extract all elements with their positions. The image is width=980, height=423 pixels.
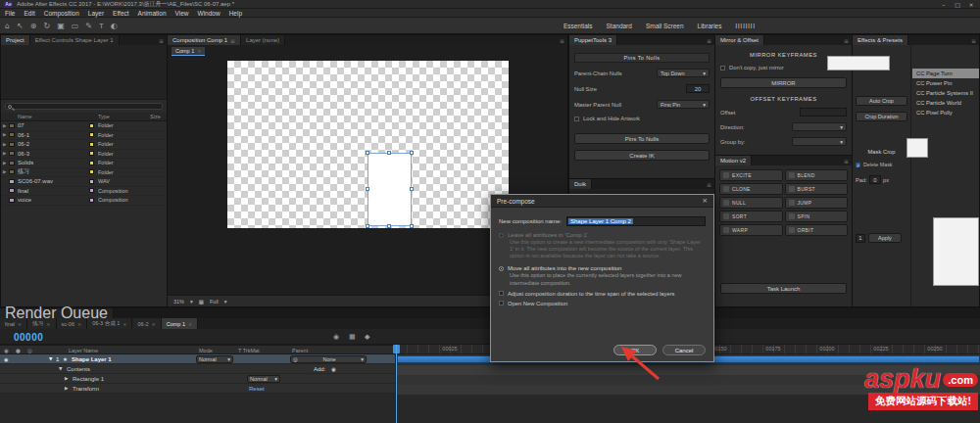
menu-animation[interactable]: Animation [138, 10, 167, 17]
label-chip[interactable] [89, 132, 94, 137]
mirror-copy-checkbox[interactable] [720, 66, 725, 70]
motion-tool-spin[interactable]: SPIN [785, 211, 849, 222]
comp-viewer-tab[interactable]: Comp 1× [172, 47, 205, 56]
tab-render-queue[interactable]: Render Queue [0, 308, 114, 318]
count-field[interactable]: 1 [856, 234, 865, 243]
cancel-button[interactable]: Cancel [662, 345, 706, 355]
column-lay er-name[interactable]: Layer Name [69, 348, 98, 353]
adjust-duration-checkbox[interactable] [499, 291, 504, 296]
composition-canvas[interactable] [227, 61, 509, 228]
selection-handle[interactable] [410, 151, 414, 155]
motion-tool-jump[interactable]: JUMP [785, 197, 849, 209]
close-tab-icon[interactable]: × [46, 321, 50, 327]
column-type[interactable]: Type [98, 114, 110, 119]
project-item[interactable]: ▶练习Folder [1, 168, 167, 178]
label-chip[interactable] [89, 188, 94, 193]
zoom-dropdown-icon[interactable]: ▾ [190, 299, 193, 305]
selection-handle[interactable] [366, 224, 369, 228]
effect-item[interactable]: CC Particle Systems II [912, 88, 979, 98]
open-new-composition-checkbox[interactable] [499, 301, 504, 306]
menu-effect[interactable]: Effect [113, 10, 129, 17]
menu-view[interactable]: View [175, 10, 189, 17]
video-column-icon[interactable]: ◉ [4, 348, 9, 353]
zoom-tool-icon[interactable]: ⊕ [30, 22, 37, 30]
project-item[interactable]: ▶07Folder [1, 121, 167, 131]
null-size-field[interactable]: 20 [686, 84, 710, 93]
project-item[interactable]: ▶06-3Folder [1, 150, 167, 160]
current-time-indicator-line[interactable] [396, 345, 397, 423]
comp-tab-active[interactable]: Comp 1× [162, 318, 198, 329]
menu-help[interactable]: Help [229, 10, 242, 17]
auto-crop-button[interactable]: Auto Crop [856, 96, 907, 106]
brush-tool-icon[interactable]: ◐ [111, 22, 118, 30]
menu-file[interactable]: File [5, 10, 15, 17]
pad-field[interactable]: 0 [869, 175, 881, 184]
tab-project[interactable]: Project [1, 35, 30, 45]
open-new-composition-option[interactable]: Open New Composition [499, 301, 706, 306]
close-tab-icon[interactable]: × [152, 321, 156, 327]
shape-tool-icon[interactable]: ▭ [72, 22, 79, 30]
project-item[interactable]: ▶06-2Folder [1, 140, 167, 150]
selection-handle[interactable] [366, 187, 369, 191]
column-parent[interactable]: Parent [292, 348, 308, 353]
label-chip[interactable] [89, 142, 94, 147]
column-name[interactable]: Name [18, 114, 32, 119]
twirl-icon[interactable]: ▶ [3, 132, 6, 137]
close-tab-icon[interactable]: × [197, 48, 201, 54]
ok-button[interactable]: OK [613, 345, 657, 355]
twirl-icon[interactable]: ▼ [49, 356, 52, 361]
motion-tool-warp[interactable]: WARP [719, 224, 783, 236]
project-item[interactable]: ▶SolidsFolder [1, 159, 167, 168]
comp-tab[interactable]: sc-06× [57, 318, 88, 329]
menu-layer[interactable]: Layer [88, 10, 104, 17]
resolution-dropdown-icon[interactable]: ▾ [224, 299, 227, 305]
motion-tool-blend[interactable]: BLEND [785, 169, 849, 181]
label-chip[interactable] [89, 179, 94, 184]
twirl-icon[interactable]: ▶ [3, 142, 6, 147]
rotation-tool-icon[interactable]: ↻ [43, 22, 50, 30]
label-chip[interactable] [89, 198, 94, 203]
column-trkmat[interactable]: T TrkMat [238, 348, 260, 353]
comp-tab[interactable]: 06-3 合成 1× [87, 318, 132, 329]
zoom-select[interactable]: 31% [173, 299, 184, 305]
motion-tool-orbit[interactable]: ORBIT [785, 224, 849, 236]
twirl-icon[interactable]: ▶ [3, 161, 6, 165]
panel-menu-icon[interactable]: ≡ [968, 35, 979, 45]
close-tab-icon[interactable]: × [77, 321, 81, 327]
shape-rectangle[interactable] [368, 154, 411, 225]
twirl-icon[interactable]: ▶ [65, 376, 68, 381]
selection-handle[interactable] [366, 151, 369, 155]
layer-name[interactable]: Shape Layer 1 [72, 356, 112, 362]
radio-leave-attributes[interactable] [499, 233, 504, 238]
text-tool-icon[interactable]: T [99, 22, 104, 30]
project-item[interactable]: ▶06-1Folder [1, 131, 167, 141]
selection-handle[interactable] [410, 187, 414, 191]
workspace-libraries[interactable]: Libraries [698, 23, 722, 29]
reset-link[interactable]: Reset [249, 386, 265, 392]
pickwhip-icon[interactable]: ◎ [293, 356, 298, 362]
selection-tool-icon[interactable]: ↖ [17, 22, 24, 30]
master-parent-dropdown[interactable]: First Pin▾ [657, 100, 710, 109]
tab-puppet-tools[interactable]: PuppetTools 3 [569, 35, 617, 45]
resolution-select[interactable]: Full [210, 299, 219, 305]
parent-dropdown[interactable]: ◎None▾ [290, 355, 367, 363]
selection-handle[interactable] [410, 224, 414, 228]
mirror-button[interactable]: MIRROR [720, 77, 847, 88]
blend-mode-dropdown[interactable]: Normal▾ [196, 355, 233, 363]
parent-chain-dropdown[interactable]: Top Down▾ [657, 69, 710, 77]
effect-item-selected[interactable]: CC Page Turn [912, 69, 979, 78]
project-item[interactable]: voiceComposition [1, 196, 167, 206]
apply-button[interactable]: Apply [868, 233, 902, 243]
option-leave-attributes[interactable]: Leave all attributes in 'Comp 1' [499, 232, 706, 238]
lock-artwork-checkbox[interactable] [574, 117, 579, 121]
transform-row[interactable]: ▶ Transform Reset [0, 384, 395, 394]
pen-tool-icon[interactable]: ✎ [85, 22, 92, 30]
tab-layer[interactable]: Layer (none) [241, 35, 285, 45]
tab-menu-icon[interactable]: ≡ [230, 37, 235, 44]
twirl-icon[interactable]: ▼ [59, 366, 62, 371]
radio-move-attributes[interactable] [499, 266, 504, 271]
project-item[interactable]: SC06-07.wavWAV [1, 177, 167, 187]
panel-menu-icon[interactable]: ≡ [841, 35, 852, 45]
close-tab-icon[interactable]: × [18, 321, 22, 327]
project-item[interactable]: finalComposition [1, 187, 167, 197]
